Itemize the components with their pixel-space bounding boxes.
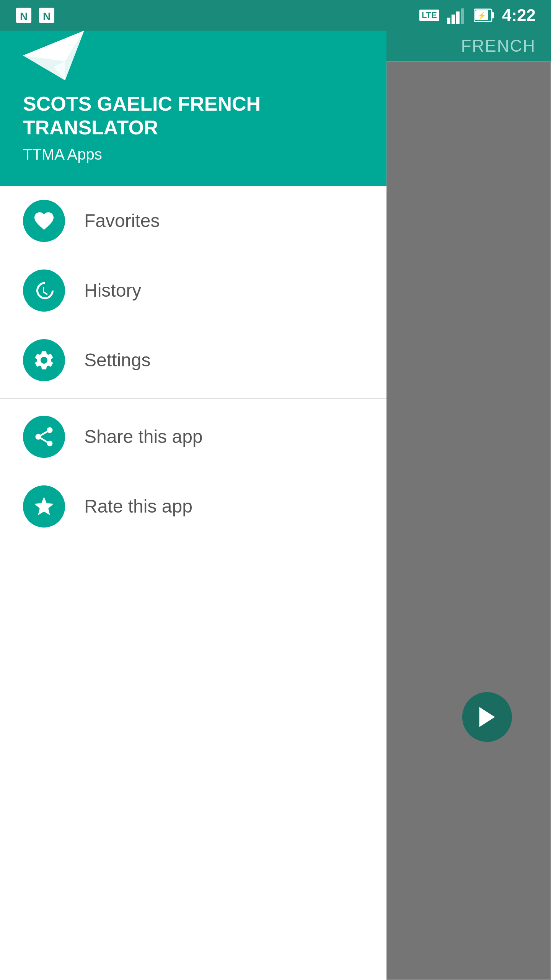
app-developer: TTMA Apps [23,146,364,163]
drawer-divider [0,398,386,399]
svg-rect-6 [452,15,455,24]
history-icon-circle [23,270,65,312]
settings-label: Settings [84,350,150,371]
lte-badge: LTE [419,10,439,21]
status-time: 4:22 [502,6,536,25]
gear-icon [33,349,55,372]
clock-icon [33,279,55,302]
settings-icon-circle [23,339,65,381]
svg-text:N: N [20,10,28,22]
svg-rect-10 [492,12,494,18]
app-title: SCOTS GAELIC FRENCH TRANSLATOR [23,92,364,140]
svg-rect-7 [456,11,460,24]
battery-icon: ⚡ [474,7,494,24]
favorites-label: Favorites [84,210,160,231]
drawer-item-share[interactable]: Share this app [0,402,386,472]
share-label: Share this app [84,426,203,447]
history-label: History [84,280,141,301]
translate-button[interactable] [462,692,512,742]
signal-icon [447,7,466,24]
drawer-items-list: Favorites History Settings [0,186,386,980]
status-bar: N N LTE ⚡ 4:22 [0,0,551,31]
status-bar-right: LTE ⚡ 4:22 [419,6,536,25]
status-bar-left: N N [15,7,55,24]
drawer-item-rate[interactable]: Rate this app [0,472,386,541]
drawer-item-history[interactable]: History [0,256,386,325]
svg-rect-5 [447,18,450,24]
notification-icon-2: N [38,7,55,24]
drawer-item-settings[interactable]: Settings [0,325,386,395]
heart-icon [33,209,55,232]
svg-rect-8 [461,8,464,24]
app-logo [23,31,84,80]
notification-icon-1: N [15,7,32,24]
svg-text:N: N [43,10,51,22]
navigation-drawer: SCOTS GAELIC FRENCH TRANSLATOR TTMA Apps… [0,0,386,980]
svg-text:⚡: ⚡ [478,11,486,20]
app-bar-content: FRENCH [446,31,551,61]
share-icon [33,425,55,448]
target-language-label: FRENCH [461,36,536,56]
svg-marker-0 [479,707,495,727]
star-icon [33,495,55,518]
rate-icon-circle [23,485,65,528]
drawer-item-favorites[interactable]: Favorites [0,186,386,256]
share-icon-circle [23,416,65,458]
favorites-icon-circle [23,200,65,242]
translation-area [386,61,551,980]
translate-icon [474,704,500,730]
rate-label: Rate this app [84,496,192,517]
